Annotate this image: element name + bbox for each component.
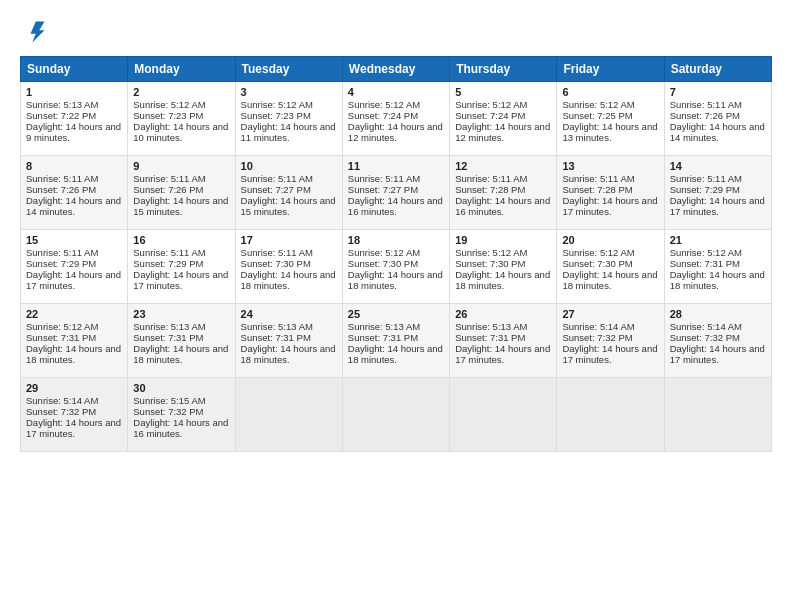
day-number: 24	[241, 308, 337, 320]
sunset-text: Sunset: 7:30 PM	[348, 258, 444, 269]
day-number: 21	[670, 234, 766, 246]
sunset-text: Sunset: 7:31 PM	[455, 332, 551, 343]
calendar-cell: 15Sunrise: 5:11 AMSunset: 7:29 PMDayligh…	[21, 230, 128, 304]
calendar-cell: 19Sunrise: 5:12 AMSunset: 7:30 PMDayligh…	[450, 230, 557, 304]
day-number: 5	[455, 86, 551, 98]
sunset-text: Sunset: 7:32 PM	[562, 332, 658, 343]
sunset-text: Sunset: 7:29 PM	[133, 258, 229, 269]
day-number: 16	[133, 234, 229, 246]
daylight-text: Daylight: 14 hours and 17 minutes.	[26, 417, 122, 439]
day-number: 9	[133, 160, 229, 172]
daylight-text: Daylight: 14 hours and 16 minutes.	[455, 195, 551, 217]
sunrise-text: Sunrise: 5:11 AM	[26, 173, 122, 184]
day-number: 25	[348, 308, 444, 320]
sunset-text: Sunset: 7:26 PM	[26, 184, 122, 195]
sunrise-text: Sunrise: 5:13 AM	[348, 321, 444, 332]
daylight-text: Daylight: 14 hours and 17 minutes.	[455, 343, 551, 365]
calendar-week-1: 1Sunrise: 5:13 AMSunset: 7:22 PMDaylight…	[21, 82, 772, 156]
calendar-cell: 13Sunrise: 5:11 AMSunset: 7:28 PMDayligh…	[557, 156, 664, 230]
daylight-text: Daylight: 14 hours and 17 minutes.	[670, 195, 766, 217]
calendar-cell: 20Sunrise: 5:12 AMSunset: 7:30 PMDayligh…	[557, 230, 664, 304]
calendar-cell: 3Sunrise: 5:12 AMSunset: 7:23 PMDaylight…	[235, 82, 342, 156]
sunset-text: Sunset: 7:25 PM	[562, 110, 658, 121]
day-number: 17	[241, 234, 337, 246]
daylight-text: Daylight: 14 hours and 18 minutes.	[455, 269, 551, 291]
calendar-cell: 11Sunrise: 5:11 AMSunset: 7:27 PMDayligh…	[342, 156, 449, 230]
sunset-text: Sunset: 7:27 PM	[348, 184, 444, 195]
sunrise-text: Sunrise: 5:13 AM	[133, 321, 229, 332]
calendar-cell: 10Sunrise: 5:11 AMSunset: 7:27 PMDayligh…	[235, 156, 342, 230]
daylight-text: Daylight: 14 hours and 16 minutes.	[133, 417, 229, 439]
day-number: 22	[26, 308, 122, 320]
calendar-cell: 25Sunrise: 5:13 AMSunset: 7:31 PMDayligh…	[342, 304, 449, 378]
sunrise-text: Sunrise: 5:14 AM	[26, 395, 122, 406]
daylight-text: Daylight: 14 hours and 17 minutes.	[562, 343, 658, 365]
calendar-week-5: 29Sunrise: 5:14 AMSunset: 7:32 PMDayligh…	[21, 378, 772, 452]
daylight-text: Daylight: 14 hours and 16 minutes.	[348, 195, 444, 217]
sunset-text: Sunset: 7:30 PM	[455, 258, 551, 269]
sunset-text: Sunset: 7:32 PM	[670, 332, 766, 343]
sunrise-text: Sunrise: 5:11 AM	[133, 247, 229, 258]
sunrise-text: Sunrise: 5:12 AM	[26, 321, 122, 332]
day-number: 29	[26, 382, 122, 394]
sunset-text: Sunset: 7:30 PM	[562, 258, 658, 269]
daylight-text: Daylight: 14 hours and 18 minutes.	[241, 269, 337, 291]
calendar-table: SundayMondayTuesdayWednesdayThursdayFrid…	[20, 56, 772, 452]
calendar-cell: 18Sunrise: 5:12 AMSunset: 7:30 PMDayligh…	[342, 230, 449, 304]
calendar-week-2: 8Sunrise: 5:11 AMSunset: 7:26 PMDaylight…	[21, 156, 772, 230]
daylight-text: Daylight: 14 hours and 18 minutes.	[562, 269, 658, 291]
daylight-text: Daylight: 14 hours and 18 minutes.	[348, 343, 444, 365]
day-number: 28	[670, 308, 766, 320]
day-number: 1	[26, 86, 122, 98]
sunset-text: Sunset: 7:24 PM	[455, 110, 551, 121]
sunrise-text: Sunrise: 5:11 AM	[241, 173, 337, 184]
sunset-text: Sunset: 7:29 PM	[26, 258, 122, 269]
sunrise-text: Sunrise: 5:12 AM	[455, 99, 551, 110]
sunrise-text: Sunrise: 5:15 AM	[133, 395, 229, 406]
daylight-text: Daylight: 14 hours and 18 minutes.	[26, 343, 122, 365]
calendar-cell: 30Sunrise: 5:15 AMSunset: 7:32 PMDayligh…	[128, 378, 235, 452]
calendar-cell: 14Sunrise: 5:11 AMSunset: 7:29 PMDayligh…	[664, 156, 771, 230]
sunrise-text: Sunrise: 5:12 AM	[348, 99, 444, 110]
day-number: 14	[670, 160, 766, 172]
calendar-cell	[235, 378, 342, 452]
col-header-wednesday: Wednesday	[342, 57, 449, 82]
sunrise-text: Sunrise: 5:12 AM	[562, 99, 658, 110]
daylight-text: Daylight: 14 hours and 18 minutes.	[670, 269, 766, 291]
day-number: 7	[670, 86, 766, 98]
col-header-thursday: Thursday	[450, 57, 557, 82]
day-number: 10	[241, 160, 337, 172]
sunset-text: Sunset: 7:31 PM	[26, 332, 122, 343]
calendar-cell: 22Sunrise: 5:12 AMSunset: 7:31 PMDayligh…	[21, 304, 128, 378]
day-number: 11	[348, 160, 444, 172]
day-number: 6	[562, 86, 658, 98]
daylight-text: Daylight: 14 hours and 17 minutes.	[562, 195, 658, 217]
sunset-text: Sunset: 7:26 PM	[133, 184, 229, 195]
daylight-text: Daylight: 14 hours and 18 minutes.	[133, 343, 229, 365]
day-number: 30	[133, 382, 229, 394]
sunrise-text: Sunrise: 5:12 AM	[670, 247, 766, 258]
sunrise-text: Sunrise: 5:11 AM	[348, 173, 444, 184]
calendar-cell: 8Sunrise: 5:11 AMSunset: 7:26 PMDaylight…	[21, 156, 128, 230]
sunset-text: Sunset: 7:31 PM	[133, 332, 229, 343]
calendar-cell: 24Sunrise: 5:13 AMSunset: 7:31 PMDayligh…	[235, 304, 342, 378]
sunrise-text: Sunrise: 5:14 AM	[562, 321, 658, 332]
calendar-cell: 23Sunrise: 5:13 AMSunset: 7:31 PMDayligh…	[128, 304, 235, 378]
daylight-text: Daylight: 14 hours and 15 minutes.	[241, 195, 337, 217]
sunset-text: Sunset: 7:31 PM	[241, 332, 337, 343]
calendar-cell: 16Sunrise: 5:11 AMSunset: 7:29 PMDayligh…	[128, 230, 235, 304]
daylight-text: Daylight: 14 hours and 9 minutes.	[26, 121, 122, 143]
calendar-cell: 4Sunrise: 5:12 AMSunset: 7:24 PMDaylight…	[342, 82, 449, 156]
day-number: 26	[455, 308, 551, 320]
daylight-text: Daylight: 14 hours and 13 minutes.	[562, 121, 658, 143]
calendar-cell	[557, 378, 664, 452]
sunrise-text: Sunrise: 5:12 AM	[348, 247, 444, 258]
daylight-text: Daylight: 14 hours and 11 minutes.	[241, 121, 337, 143]
sunrise-text: Sunrise: 5:11 AM	[670, 173, 766, 184]
daylight-text: Daylight: 14 hours and 17 minutes.	[26, 269, 122, 291]
day-number: 15	[26, 234, 122, 246]
day-number: 18	[348, 234, 444, 246]
sunrise-text: Sunrise: 5:13 AM	[26, 99, 122, 110]
calendar-cell: 9Sunrise: 5:11 AMSunset: 7:26 PMDaylight…	[128, 156, 235, 230]
calendar-week-4: 22Sunrise: 5:12 AMSunset: 7:31 PMDayligh…	[21, 304, 772, 378]
